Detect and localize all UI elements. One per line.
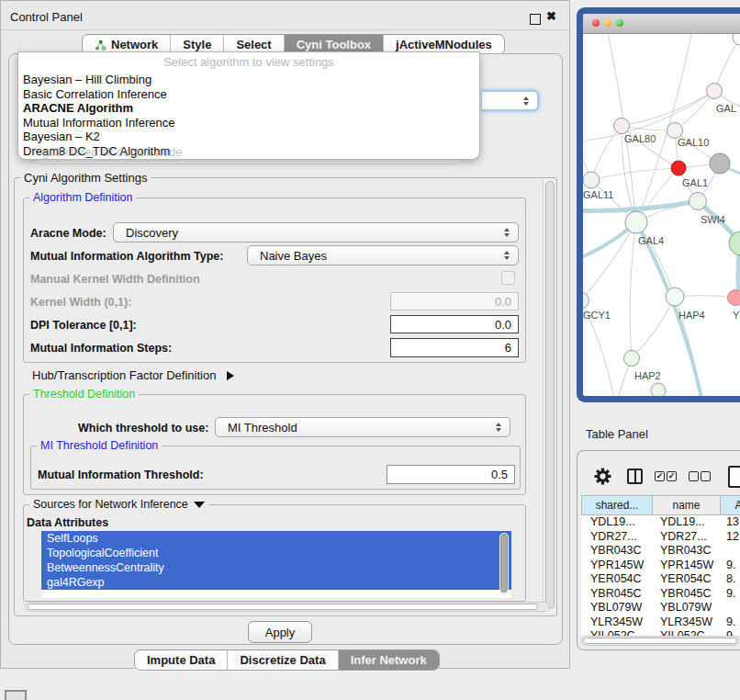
checked-box-icon[interactable]: ✓ [655, 471, 665, 481]
table-panel-window: ✓ ✓ shared...nameA YDL19...YDL19...13YDR… [577, 450, 740, 650]
network-node-swi4[interactable] [690, 193, 707, 210]
which-threshold-value: MI Threshold [228, 421, 297, 435]
tab-impute-data[interactable]: Impute Data [135, 650, 227, 670]
network-table-combo-label: galFiltered.sif default node [42, 145, 182, 159]
mi-algorithm-type-select[interactable]: Naive Bayes [247, 245, 519, 265]
network-node-gal80[interactable] [614, 119, 630, 134]
table-row[interactable]: YBL079WYBL079W [581, 601, 740, 615]
network-node-top[interactable] [733, 34, 740, 45]
attribute-item-topologicalcoefficient[interactable]: TopologicalCoefficient [41, 546, 511, 560]
zoom-traffic-light-icon[interactable] [616, 19, 623, 27]
panel-toggle-button[interactable] [5, 690, 27, 700]
dropdown-item-mutual-information-inference[interactable]: Mutual Information Inference [21, 116, 477, 130]
sources-legend[interactable]: Sources for Network Inference [29, 498, 208, 511]
network-node-gray[interactable] [710, 153, 730, 174]
dropdown-item-aracne-algorithm[interactable]: ARACNE Algorithm [21, 101, 477, 116]
network-edge[interactable] [714, 38, 740, 91]
apply-button[interactable]: Apply [248, 621, 312, 643]
network-node-hap4[interactable] [666, 288, 684, 306]
network-node-gal11[interactable] [583, 172, 600, 188]
network-node-gal4[interactable] [625, 211, 647, 233]
attribute-item-gal4rgexp[interactable]: gal4RGexp [41, 575, 511, 590]
column-header-name[interactable]: name [653, 495, 721, 515]
network-node-gcy1[interactable] [583, 293, 589, 309]
network-node-red[interactable] [671, 161, 686, 175]
attribute-item-selfloops[interactable]: SelfLoops [41, 531, 511, 546]
network-node-bottom[interactable] [651, 383, 666, 396]
column-header-a[interactable]: A [721, 495, 740, 515]
which-threshold-select[interactable]: MI Threshold [215, 417, 510, 437]
dropdown-item-bayesian-hill-climbing[interactable]: Bayesian – Hill Climbing [21, 73, 477, 87]
checked-box-icon[interactable]: ✓ [667, 471, 677, 481]
aracne-mode-select[interactable]: Discovery [113, 222, 519, 243]
table-horizontal-scrollbar[interactable] [581, 636, 739, 646]
tab-infer-network[interactable]: Infer Network [338, 650, 439, 670]
float-window-icon[interactable] [530, 14, 541, 25]
scrollbar-thumb[interactable] [28, 604, 538, 610]
data-attributes-label: Data Attributes [27, 516, 108, 529]
mi-steps-field[interactable]: 6 [390, 338, 519, 357]
document-icon[interactable] [728, 466, 740, 488]
table-row[interactable]: YDR27...YDR27...12 [581, 530, 740, 545]
settings-horizontal-scrollbar[interactable] [25, 602, 550, 612]
stepper-arrows-icon [523, 96, 529, 106]
table-row[interactable]: YLR345WYLR345W9. [581, 615, 740, 630]
table-row[interactable]: YDL19...YDL19...13 [581, 515, 740, 530]
network-edge[interactable] [583, 201, 698, 211]
network-node-pink_top[interactable] [707, 84, 723, 99]
network-canvas[interactable]: GALGAL80GAL10GAL1GAL11SWI4GAL4GCY1HAP4YH… [583, 34, 740, 396]
scrollbar-thumb[interactable] [500, 534, 508, 593]
network-node-hap2[interactable] [624, 351, 640, 367]
close-traffic-light-icon[interactable] [592, 19, 600, 27]
table-cell: 9. [721, 559, 735, 573]
scrollbar-thumb[interactable] [545, 181, 555, 609]
mi-threshold-field[interactable]: 0.5 [387, 465, 515, 484]
algorithm-combo-fragment[interactable] [482, 90, 539, 111]
network-edge[interactable] [632, 297, 675, 358]
mi-threshold-value: 0.5 [491, 468, 508, 481]
network-edge[interactable] [630, 222, 636, 358]
node-label-gal11: GAL11 [583, 189, 613, 200]
network-edge[interactable] [636, 34, 693, 222]
mi-algorithm-type-value: Naive Bayes [260, 249, 327, 263]
close-icon[interactable]: ✖ [546, 9, 556, 23]
dropdown-item-basic-correlation-inference[interactable]: Basic Correlation Inference [21, 87, 477, 102]
table-cell: 13 [721, 515, 739, 530]
columns-icon[interactable] [627, 469, 643, 484]
table-row[interactable]: YIL052CYIL052C9 [581, 629, 740, 636]
network-edge[interactable] [583, 222, 636, 300]
network-node-salmon[interactable] [728, 290, 740, 306]
table-cell: YDL19... [653, 515, 721, 530]
table-row[interactable]: YBR043CYBR043C [581, 544, 740, 559]
minimize-traffic-light-icon[interactable] [604, 19, 611, 27]
gear-icon[interactable] [594, 468, 611, 485]
apply-button-label: Apply [265, 626, 296, 639]
table-row[interactable]: YPR145WYPR145W9. [581, 559, 740, 573]
sources-legend-text: Sources for Network Inference [33, 498, 188, 511]
hub-definition-disclosure[interactable]: Hub/Transcription Factor Definition [32, 368, 234, 382]
network-window-titlebar[interactable] [583, 14, 740, 34]
node-label-hap2: HAP2 [634, 370, 661, 381]
manual-kernel-width-checkbox[interactable] [501, 271, 515, 285]
table-row[interactable]: YBR045CYBR045C9. [581, 587, 740, 602]
table-row[interactable]: YER054CYER054C8. [581, 572, 740, 587]
unchecked-box-icon[interactable] [701, 471, 711, 481]
network-edge[interactable] [591, 168, 678, 180]
network-edge[interactable] [591, 126, 622, 180]
table-cell: YPR145W [581, 559, 653, 573]
settings-vertical-scrollbar[interactable] [543, 179, 555, 613]
kernel-width-field[interactable]: 0.0 [390, 292, 519, 310]
titlebar-divider [1, 29, 569, 30]
list-vertical-scrollbar[interactable] [499, 533, 509, 595]
scrollbar-thumb[interactable] [583, 638, 737, 644]
unchecked-box-icon[interactable] [689, 471, 699, 481]
network-node-gal10[interactable] [667, 123, 683, 139]
table-cell: YBR043C [653, 544, 721, 559]
dropdown-item-bayesian-k2[interactable]: Bayesian – K2 [21, 130, 477, 144]
dpi-tolerance-field[interactable]: 0.0 [390, 315, 519, 333]
attribute-item-betweennesscentrality[interactable]: BetweennessCentrality [41, 560, 511, 575]
node-label-gal80: GAL80 [624, 133, 656, 144]
tab-discretize-data[interactable]: Discretize Data [227, 650, 337, 670]
column-header-shared[interactable]: shared... [581, 495, 653, 515]
algorithm-definition-legend: Algorithm Definition [29, 191, 136, 204]
